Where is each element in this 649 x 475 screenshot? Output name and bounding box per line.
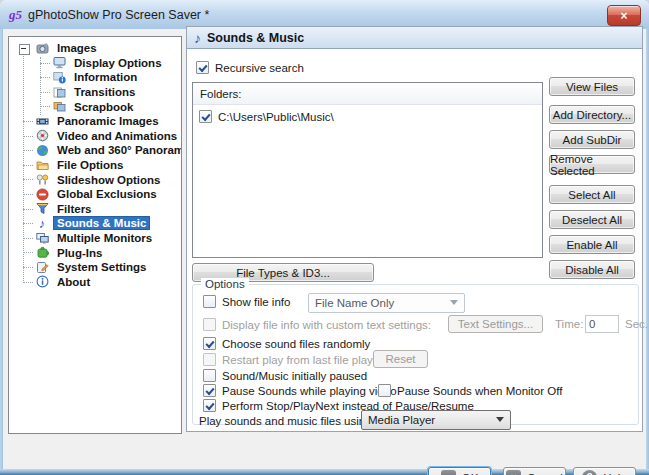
sidebar-item-global-exclusions[interactable]: Global Exclusions [9, 187, 181, 202]
stop-playnext-checkbox[interactable] [203, 399, 216, 412]
sidebar-item-label: Information [70, 70, 141, 84]
window-title: gPhotoShow Pro Screen Saver * [28, 8, 209, 22]
recursive-search-checkbox[interactable] [196, 61, 209, 74]
cancel-x-icon: × [506, 470, 521, 475]
restart-row: Restart play from last file played [203, 353, 386, 366]
pause-monitor-label: Pause Sounds when Monitor Off [397, 385, 562, 397]
close-icon: × [620, 9, 627, 23]
sidebar-item-label: File Options [53, 158, 127, 172]
sidebar-item-label: Filters [53, 202, 96, 216]
sidebar-item-label: Sounds & Music [53, 216, 150, 230]
help-label: Help [603, 472, 627, 475]
select-all-button[interactable]: Select All [549, 185, 635, 204]
show-file-info-label: Show file info [222, 296, 290, 308]
tree-connector [40, 106, 50, 107]
help-button[interactable]: ? Help [573, 467, 636, 475]
sidebar-item-label: Global Exclusions [53, 187, 161, 201]
images-icon [35, 42, 49, 55]
collapse-icon[interactable] [19, 44, 30, 55]
view-files-button[interactable]: View Files [549, 77, 635, 96]
tree-connector [23, 282, 33, 283]
sidebar-item-system-settings[interactable]: System Settings [9, 260, 181, 275]
pause-video-checkbox[interactable] [203, 384, 216, 397]
sidebar-item-label: Display Options [70, 56, 166, 70]
tree-connector [23, 179, 33, 180]
folder-list-item[interactable]: C:\Users\Public\Music\ [193, 105, 542, 123]
show-file-info-row: Show file info [203, 295, 290, 308]
sidebar-item-web-panoramas[interactable]: Web and 360° Panoramas [9, 143, 181, 158]
show-file-info-checkbox[interactable] [203, 295, 216, 308]
filters-icon [35, 202, 49, 215]
folder-path: C:\Users\Public\Music\ [218, 111, 334, 123]
sidebar-item-transitions[interactable]: Transitions [9, 85, 181, 100]
chevron-down-icon [450, 300, 458, 305]
sidebar-item-panoramic-images[interactable]: Panoramic Images [9, 114, 181, 129]
sounds-music-icon: ♪ [35, 217, 49, 230]
initially-paused-checkbox[interactable] [203, 369, 216, 382]
sidebar-item-label: Video and Animations [53, 129, 181, 143]
pause-monitor-row: Pause Sounds when Monitor Off [378, 384, 562, 397]
pause-video-row: Pause Sounds while playing video [203, 384, 397, 397]
system-settings-icon [35, 261, 49, 274]
tree-connector [23, 223, 33, 224]
sidebar-item-information[interactable]: Information [9, 70, 181, 85]
restart-checkbox[interactable] [203, 353, 216, 366]
sidebar-item-scrapbook[interactable]: Scrapbook [9, 99, 181, 114]
sidebar-item-sounds-and-music[interactable]: ♪ Sounds & Music [9, 216, 181, 231]
video-animations-icon [35, 129, 49, 142]
panel-title: Sounds & Music [207, 31, 304, 45]
random-checkbox[interactable] [203, 337, 216, 350]
file-info-mode-dropdown[interactable]: File Name Only [308, 293, 465, 313]
panel-header: ♪ Sounds & Music [187, 27, 642, 49]
deselect-all-button[interactable]: Deselect All [549, 210, 635, 229]
tree-connector [40, 63, 50, 64]
sidebar-item-label: Panoramic Images [53, 114, 163, 128]
transitions-icon [52, 86, 66, 99]
time-input[interactable] [585, 315, 619, 333]
sidebar-item-slideshow-options[interactable]: Slideshow Options [9, 172, 181, 187]
tree-connector [40, 92, 50, 93]
text-settings-button[interactable]: Text Settings... [448, 315, 543, 333]
add-subdir-button[interactable]: Add SubDir [549, 130, 635, 149]
sidebar-item-filters[interactable]: Filters [9, 202, 181, 217]
ok-button[interactable]: → OK [428, 467, 491, 475]
sidebar-item-label: Scrapbook [70, 100, 137, 114]
custom-text-label: Display file info with custom text setti… [222, 319, 431, 331]
custom-text-checkbox[interactable] [203, 318, 216, 331]
remove-selected-button[interactable]: Remove Selected [549, 155, 635, 174]
tree-connector [23, 238, 33, 239]
sidebar-item-label: Plug-Ins [53, 246, 106, 260]
disable-all-button[interactable]: Disable All [549, 260, 635, 279]
sidebar-item-label: Transitions [70, 85, 139, 99]
restart-label: Restart play from last file played [222, 354, 386, 366]
dialog-body: Images Display Options Information Trans… [3, 29, 646, 469]
sidebar-item-images[interactable]: Images [9, 41, 181, 56]
sidebar-item-video-and-animations[interactable]: Video and Animations [9, 129, 181, 144]
time-label: Time: [555, 318, 583, 330]
cancel-label: Cancel [527, 472, 563, 475]
options-groupbox: Options Show file info File Name Only Di… [192, 284, 639, 425]
sec-label: Sec. [625, 318, 648, 330]
sidebar-item-about[interactable]: About [9, 275, 181, 290]
file-options-icon [35, 159, 49, 172]
reset-button[interactable]: Reset [373, 350, 428, 368]
sidebar-item-multiple-monitors[interactable]: Multiple Monitors [9, 231, 181, 246]
enable-all-button[interactable]: Enable All [549, 235, 635, 254]
cancel-button[interactable]: × Cancel [503, 467, 566, 475]
global-exclusions-icon [35, 188, 49, 201]
sidebar-item-file-options[interactable]: File Options [9, 158, 181, 173]
settings-tree: Images Display Options Information Trans… [9, 37, 181, 289]
player-dropdown[interactable]: Media Player [361, 410, 511, 430]
random-row: Choose sound files randomly [203, 337, 370, 350]
sidebar-item-plug-ins[interactable]: Plug-Ins [9, 245, 181, 260]
folder-checkbox[interactable] [199, 110, 212, 123]
sidebar-item-label: System Settings [53, 260, 150, 274]
file-info-mode-value: File Name Only [315, 297, 394, 309]
sidebar-item-display-options[interactable]: Display Options [9, 56, 181, 71]
sidebar-item-label: About [53, 275, 94, 289]
close-button[interactable]: × [607, 5, 641, 26]
pause-monitor-checkbox[interactable] [378, 384, 391, 397]
add-directory-button[interactable]: Add Directory... [549, 105, 635, 124]
multiple-monitors-icon [35, 232, 49, 245]
custom-text-row: Display file info with custom text setti… [203, 318, 431, 331]
